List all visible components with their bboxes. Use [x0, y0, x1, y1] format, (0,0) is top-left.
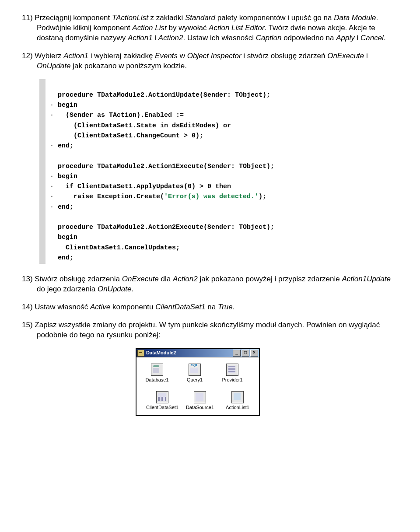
component-clientdataset1[interactable]: ClientDataSet1	[145, 391, 179, 411]
maximize-button[interactable]: □	[242, 350, 249, 357]
datamodule-window: DataModule2 _ □ × Database1 Query1 Provi…	[136, 348, 260, 416]
step-15: 15) Zapisz wszystkie zmiany do projektu.…	[22, 320, 398, 340]
step-12: 12) Wybierz Action1 i wybieraj zakładkę …	[22, 51, 398, 71]
step-number: 11)	[22, 14, 33, 22]
step-14: 14) Ustaw własność Active komponentu Cli…	[22, 302, 398, 312]
datamodule-body[interactable]: Database1 Query1 Provider1 ClientDataSet…	[136, 357, 259, 415]
step-11: 11) Przeciągnij komponent TActionList z …	[22, 13, 398, 43]
clientdataset-icon	[156, 391, 168, 403]
step-13: 13) Stwórz obsługę zdarzenia OnExecute d…	[22, 274, 398, 294]
query-icon	[189, 364, 201, 376]
step-number: 14)	[22, 303, 33, 311]
form-icon	[137, 350, 144, 357]
component-actionlist1[interactable]: ActionList1	[220, 391, 255, 411]
code-listing: procedure TDataModule2.Action1Update(Sen…	[39, 79, 398, 264]
component-datasource1[interactable]: DataSource1	[183, 391, 217, 411]
text-cursor	[180, 244, 180, 250]
step-number: 15)	[22, 321, 33, 329]
component-database1[interactable]: Database1	[140, 364, 174, 383]
window-titlebar[interactable]: DataModule2 _ □ ×	[136, 349, 259, 357]
window-title: DataModule2	[146, 350, 232, 356]
component-provider1[interactable]: Provider1	[215, 364, 249, 383]
provider-icon	[226, 364, 238, 376]
close-button[interactable]: ×	[250, 350, 258, 357]
datasource-icon	[194, 391, 206, 403]
step-number: 13)	[22, 275, 33, 283]
step-number: 12)	[22, 52, 33, 60]
component-query1[interactable]: Query1	[178, 364, 212, 383]
minimize-button[interactable]: _	[233, 350, 241, 357]
actionlist-icon	[231, 391, 244, 403]
database-icon	[151, 364, 163, 376]
